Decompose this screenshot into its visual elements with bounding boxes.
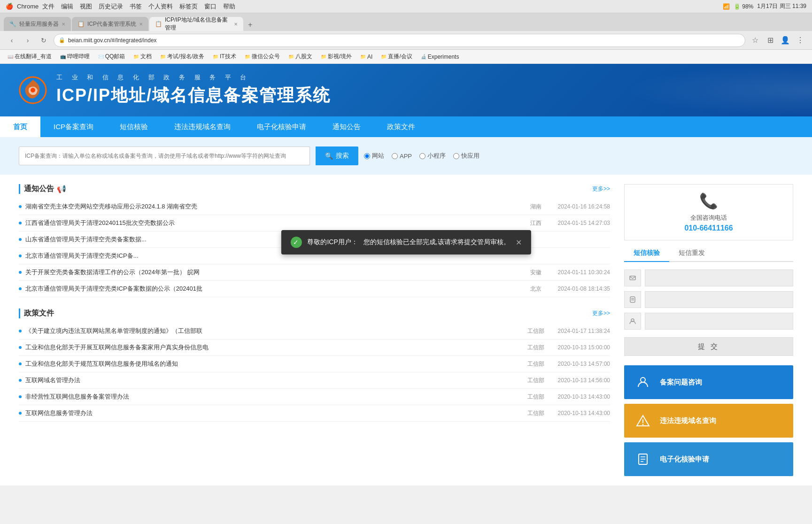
secure-icon: 🔒 — [59, 37, 65, 43]
back-button[interactable]: ‹ — [6, 34, 18, 46]
policy-section: 政策文件 更多>> 《关于建立境内违法互联网站黑名单管理制度的通知》（工信部联 … — [19, 308, 610, 422]
header-title: ICP/IP地址/域名信息备案管理系统 — [56, 84, 331, 107]
sms-tab-resend[interactable]: 短信重发 — [669, 245, 714, 262]
nav-icp-query[interactable]: ICP备案查询 — [40, 116, 107, 137]
bookmark-video[interactable]: 📁 影视/境外 — [318, 52, 355, 62]
menu-help[interactable]: 帮助 — [223, 2, 235, 11]
policy-title-4[interactable]: 互联网域名管理办法 — [25, 376, 523, 385]
refresh-button[interactable]: ↻ — [38, 34, 50, 46]
menu-view[interactable]: 视图 — [80, 2, 92, 11]
battery-icon: 🔋 98% — [734, 3, 753, 10]
macos-menubar: 🍎 Chrome 文件 编辑 视图 历史记录 书签 个人资料 标签页 窗口 帮助… — [0, 0, 812, 13]
sms-tabs: 短信核验 短信重发 — [624, 245, 793, 262]
nav-electronic-verify[interactable]: 电子化核验申请 — [244, 116, 319, 137]
menu-window[interactable]: 窗口 — [204, 2, 217, 11]
policy-title-5[interactable]: 非经营性互联网信息服务备案管理办法 — [25, 393, 523, 401]
sms-submit-button[interactable]: 提 交 — [624, 337, 793, 356]
option-app[interactable]: APP — [392, 153, 412, 160]
bookmark-bilibili[interactable]: 📺 哔哩哔哩 — [57, 52, 93, 62]
news-dot — [19, 205, 22, 208]
policy-title-1[interactable]: 《关于建立境内违法互联网站黑名单管理制度的通知》（工信部联 — [25, 327, 523, 335]
news-title-5[interactable]: 关于开展空壳类备案数据清理工作的公示（2024年第一批） 皖网 — [25, 268, 523, 277]
page-content: 工 业 和 信 息 化 部 政 务 服 务 平 台 ICP/IP地址/域名信息备… — [0, 64, 812, 485]
left-section: 通知公告 📢 更多>> 湖南省空壳主体空壳网站空壳移动应用公示2024.1.8 … — [19, 184, 624, 476]
tab-1-close[interactable]: ✕ — [62, 22, 65, 27]
sms-input-2[interactable] — [645, 291, 793, 308]
news-dot — [19, 362, 22, 365]
news-dot — [19, 379, 22, 382]
quick-btn-beian[interactable]: 备案问题咨询 — [624, 365, 793, 399]
news-region-1: 湖南 — [526, 203, 545, 211]
svg-rect-4 — [631, 298, 634, 299]
policy-title-6[interactable]: 互联网信息服务管理办法 — [25, 409, 523, 417]
tab-3-label: ICP/IP地址/域名信息备案管理 — [165, 16, 231, 32]
bookmark-ai[interactable]: 📁 AI — [357, 53, 375, 61]
tab-2[interactable]: 📋 ICP代备案管理系统 ✕ — [72, 17, 148, 31]
menu-bookmarks[interactable]: 书签 — [130, 2, 142, 11]
address-bar[interactable]: 🔒 beian.miit.gov.cn/#/Integrated/index — [54, 34, 745, 47]
bookmark-qqmail[interactable]: ✉️ QQ邮箱 — [95, 52, 128, 62]
bookmark-docs[interactable]: 📁 文档 — [131, 52, 155, 62]
tab-3[interactable]: 📋 ICP/IP地址/域名信息备案管理 ✕ — [149, 17, 243, 31]
tab-2-favicon: 📋 — [77, 21, 85, 27]
option-miniapp[interactable]: 小程序 — [419, 152, 446, 160]
toast-close-button[interactable]: ✕ — [516, 238, 522, 247]
nav-notice[interactable]: 通知公告 — [319, 116, 374, 137]
svg-rect-5 — [631, 300, 634, 301]
new-tab-button[interactable]: + — [244, 19, 256, 31]
option-website[interactable]: 网站 — [364, 152, 384, 160]
menu-file[interactable]: 文件 — [42, 2, 54, 11]
news-title-2[interactable]: 江西省通信管理局关于清理20240115批次空壳数据公示 — [25, 219, 523, 227]
policy-title: 政策文件 — [19, 308, 54, 318]
menu-tabs[interactable]: 标签页 — [179, 2, 198, 11]
bookmark-wechat[interactable]: 📁 微信公众号 — [242, 52, 283, 62]
news-dot — [19, 395, 22, 398]
bookmark-experiments[interactable]: 🔬 Experiments — [418, 53, 462, 61]
bookmark-star-icon[interactable]: ☆ — [749, 34, 761, 46]
search-input[interactable] — [19, 146, 310, 165]
search-button[interactable]: 🔍 搜索 — [316, 146, 358, 165]
tab-2-close[interactable]: ✕ — [139, 22, 143, 27]
menu-profile[interactable]: 个人资料 — [148, 2, 173, 11]
bookmark-exam[interactable]: 📁 考试/报名/政务 — [157, 52, 207, 62]
title-text: 通知公告 — [24, 184, 54, 194]
policy-title-2[interactable]: 工业和信息化部关于开展互联网信息服务备案家用户真实身份信息电 — [25, 343, 523, 352]
policy-more[interactable]: 更多>> — [592, 309, 610, 317]
toolbar-right: ☆ ⊞ 👤 ⋮ — [749, 34, 806, 46]
nav-home[interactable]: 首页 — [0, 116, 40, 137]
option-quickapp[interactable]: 快应用 — [453, 152, 479, 160]
split-view-icon[interactable]: ⊞ — [764, 34, 776, 46]
forward-button[interactable]: › — [22, 34, 34, 46]
bookmark-it[interactable]: 📁 IT技术 — [210, 52, 239, 62]
quick-btn-electronic[interactable]: 电子化核验申请 — [624, 442, 793, 476]
sms-tab-verify[interactable]: 短信核验 — [624, 245, 669, 262]
news-title-6[interactable]: 北京市通信管理局关于清理空壳类ICP备案数据的公示（202401批 — [25, 285, 523, 293]
search-icon: 🔍 — [325, 152, 333, 160]
profile-icon[interactable]: 👤 — [779, 34, 791, 46]
policy-item-5: 非经营性互联网信息服务备案管理办法 工信部 2020-10-13 14:43:0… — [19, 389, 610, 405]
nav-policy[interactable]: 政策文件 — [374, 116, 428, 137]
more-icon[interactable]: ⋮ — [794, 34, 806, 46]
toast-notification: ✓ 尊敬的ICP用户： 您的短信核验已全部完成,该请求将提交管局审核。 ✕ — [281, 230, 531, 254]
quick-btn-illegal[interactable]: 违法违规域名查询 — [624, 404, 793, 438]
bookmark-bagu[interactable]: 📁 八股文 — [286, 52, 315, 62]
policy-region-3: 工信部 — [526, 360, 545, 368]
bookmark-live[interactable]: 📁 直播/会议 — [378, 52, 415, 62]
menu-edit[interactable]: 编辑 — [61, 2, 73, 11]
warning-icon — [634, 411, 652, 430]
sms-input-3[interactable] — [645, 313, 793, 330]
menu-history[interactable]: 历史记录 — [99, 2, 123, 11]
bookmark-youdao[interactable]: 📖 在线翻译_有道 — [5, 52, 54, 62]
announcements-more[interactable]: 更多>> — [592, 185, 610, 193]
search-options: 网站 APP 小程序 快应用 — [364, 152, 479, 160]
apple-icon[interactable]: 🍎 — [6, 3, 13, 10]
nav-sms-verify[interactable]: 短信核验 — [107, 116, 161, 137]
tab-3-close[interactable]: ✕ — [234, 22, 238, 27]
tab-1[interactable]: 🔧 轻量应用服务器 ✕ — [4, 17, 71, 31]
policy-title-3[interactable]: 工业和信息化部关于规范互联网信息服务使用域名的通知 — [25, 360, 523, 368]
sms-input-row-2 — [624, 291, 793, 308]
sms-input-1[interactable] — [645, 270, 793, 286]
chrome-menu-label: Chrome — [17, 3, 39, 10]
news-title-1[interactable]: 湖南省空壳主体空壳网站空壳移动应用公示2024.1.8 湖南省空壳 — [25, 202, 523, 211]
nav-illegal-domain[interactable]: 违法违规域名查询 — [161, 116, 244, 137]
